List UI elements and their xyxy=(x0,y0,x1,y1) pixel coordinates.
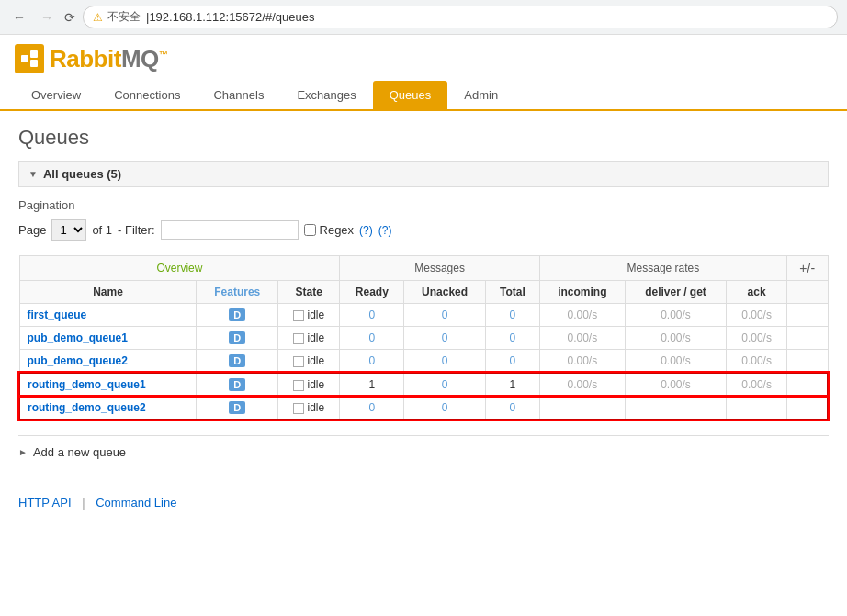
queue-features-cell: D xyxy=(197,350,277,374)
th-features: Features xyxy=(197,281,277,304)
queue-name-link[interactable]: routing_demo_queue1 xyxy=(28,378,146,391)
page-label: Page xyxy=(18,223,46,237)
col-group-messages: Messages xyxy=(340,256,540,281)
queue-ready-cell: 0 xyxy=(340,350,404,374)
queue-ack-cell xyxy=(727,397,787,420)
queue-name-cell: routing_demo_queue1 xyxy=(19,373,197,397)
queue-state-cell: idle xyxy=(277,397,339,420)
queue-unacked-cell: 0 xyxy=(404,327,485,350)
queue-ready-cell: 1 xyxy=(340,373,404,397)
queue-ack-cell: 0.00/s xyxy=(727,373,787,397)
queue-state-cell: idle xyxy=(277,327,339,350)
th-deliver-get: deliver / get xyxy=(625,281,727,304)
th-state: State xyxy=(277,281,339,304)
queue-ack-cell: 0.00/s xyxy=(727,304,787,327)
th-ack: ack xyxy=(727,281,787,304)
th-name: Name xyxy=(19,281,197,304)
address-bar[interactable]: ⚠ 不安全 | 192.168.1.112:15672/#/queues xyxy=(83,6,838,28)
lock-icon: ⚠ xyxy=(93,11,103,24)
nav-link-admin[interactable]: Admin xyxy=(447,81,514,111)
pagination-area: Pagination Page 1 of 1 - Filter: Regex (… xyxy=(18,198,829,241)
table-row[interactable]: pub_demo_queue1D idle0000.00/s0.00/s0.00… xyxy=(19,327,828,350)
main-nav: Overview Connections Channels Exchanges … xyxy=(15,81,832,109)
queue-name-link[interactable]: pub_demo_queue1 xyxy=(28,331,128,344)
th-empty xyxy=(786,281,828,304)
url-text: 192.168.1.112:15672/#/queues xyxy=(149,10,314,24)
add-queue-section: ► Add a new queue xyxy=(18,435,829,459)
queue-name-cell: pub_demo_queue2 xyxy=(19,350,197,374)
add-queue-label: Add a new queue xyxy=(33,445,126,459)
nav-link-queues[interactable]: Queues xyxy=(373,81,448,111)
queue-features-cell: D xyxy=(197,373,277,397)
nav-link-connections[interactable]: Connections xyxy=(97,81,197,111)
svg-rect-0 xyxy=(21,55,28,62)
table-row[interactable]: routing_demo_queue2D idle000 xyxy=(19,397,828,420)
section-title: All queues (5) xyxy=(43,167,121,181)
nav-link-overview[interactable]: Overview xyxy=(15,81,97,111)
queue-total-cell: 1 xyxy=(485,373,539,397)
queue-deliver-get-cell: 0.00/s xyxy=(625,327,727,350)
queue-incoming-cell xyxy=(539,397,625,420)
section-header[interactable]: ▼ All queues (5) xyxy=(18,161,829,187)
queue-incoming-cell: 0.00/s xyxy=(539,327,625,350)
queue-deliver-get-cell xyxy=(625,397,727,420)
nav-item-channels[interactable]: Channels xyxy=(197,81,280,109)
queue-name-link[interactable]: routing_demo_queue2 xyxy=(28,401,146,414)
logo-icon xyxy=(15,44,44,73)
queue-ready-cell: 0 xyxy=(340,397,404,420)
add-queue-toggle[interactable]: ► Add a new queue xyxy=(18,445,829,459)
add-queue-triangle-icon: ► xyxy=(18,447,28,457)
command-line-link[interactable]: Command Line xyxy=(96,496,176,510)
regex-link1[interactable]: (?) xyxy=(359,224,373,237)
col-group-overview: Overview xyxy=(19,256,340,281)
footer-divider: | xyxy=(82,496,85,510)
app-container: RabbitMQ™ Overview Connections Channels … xyxy=(0,35,847,604)
regex-link2[interactable]: (?) xyxy=(378,224,392,237)
queue-name-cell: routing_demo_queue2 xyxy=(19,397,197,420)
nav-link-exchanges[interactable]: Exchanges xyxy=(280,81,372,111)
queues-table: Overview Messages Message rates +/- Name… xyxy=(18,255,829,420)
filter-input[interactable] xyxy=(161,220,299,240)
nav-item-exchanges[interactable]: Exchanges xyxy=(280,81,372,109)
nav-menu: Overview Connections Channels Exchanges … xyxy=(15,81,832,109)
queue-ready-cell: 0 xyxy=(340,327,404,350)
page-of-label: of 1 xyxy=(92,223,112,237)
queue-deliver-get-cell: 0.00/s xyxy=(625,304,727,327)
nav-item-connections[interactable]: Connections xyxy=(97,81,197,109)
table-wrapper: Overview Messages Message rates +/- Name… xyxy=(18,255,829,420)
logo-text: RabbitMQ™ xyxy=(50,45,167,73)
forward-button[interactable]: → xyxy=(37,8,57,27)
reload-button[interactable]: ⟳ xyxy=(64,10,75,25)
queue-total-cell: 0 xyxy=(485,350,539,374)
queue-extra-cell xyxy=(786,373,828,397)
queue-ready-cell: 0 xyxy=(340,304,404,327)
nav-item-admin[interactable]: Admin xyxy=(447,81,514,109)
svg-rect-1 xyxy=(30,50,38,58)
table-row[interactable]: routing_demo_queue1D idle1010.00/s0.00/s… xyxy=(19,373,828,397)
queue-extra-cell xyxy=(786,327,828,350)
th-total: Total xyxy=(485,281,539,304)
col-group-plusminus: +/- xyxy=(786,256,828,281)
back-button[interactable]: ← xyxy=(9,8,29,27)
queue-name-link[interactable]: first_queue xyxy=(28,308,87,321)
queue-state-cell: idle xyxy=(277,304,339,327)
page-select[interactable]: 1 xyxy=(51,219,86,241)
queue-extra-cell xyxy=(786,397,828,420)
browser-bar: ← → ⟳ ⚠ 不安全 | 192.168.1.112:15672/#/queu… xyxy=(0,0,847,35)
nav-item-queues[interactable]: Queues xyxy=(373,81,448,109)
queue-total-cell: 0 xyxy=(485,327,539,350)
col-group-rates: Message rates xyxy=(539,256,786,281)
table-row[interactable]: pub_demo_queue2D idle0000.00/s0.00/s0.00… xyxy=(19,350,828,374)
queue-name-link[interactable]: pub_demo_queue2 xyxy=(28,354,128,367)
queues-tbody: first_queueD idle0000.00/s0.00/s0.00/spu… xyxy=(19,304,828,420)
regex-checkbox[interactable] xyxy=(304,224,316,236)
insecure-label: 不安全 xyxy=(107,9,141,25)
table-row[interactable]: first_queueD idle0000.00/s0.00/s0.00/s xyxy=(19,304,828,327)
pagination-label: Pagination xyxy=(18,198,829,212)
queue-name-cell: pub_demo_queue1 xyxy=(19,327,197,350)
pagination-controls: Page 1 of 1 - Filter: Regex (?) (?) xyxy=(18,219,829,241)
nav-link-channels[interactable]: Channels xyxy=(197,81,280,111)
queue-deliver-get-cell: 0.00/s xyxy=(625,373,727,397)
http-api-link[interactable]: HTTP API xyxy=(18,496,72,510)
nav-item-overview[interactable]: Overview xyxy=(15,81,97,109)
